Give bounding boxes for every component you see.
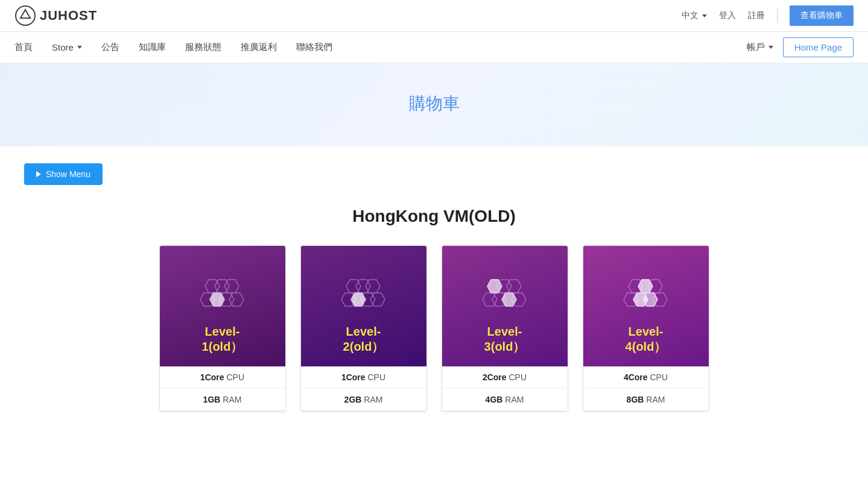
- card-cpu-2: 1Core CPU: [301, 366, 426, 389]
- nav-knowledge[interactable]: 知識庫: [139, 32, 166, 63]
- card-header-3: Level-3(old）: [442, 246, 568, 366]
- honeycomb-icon-1: [195, 276, 250, 324]
- logo-text: JUHOST: [40, 8, 97, 24]
- nav-service-status[interactable]: 服務狀態: [185, 32, 221, 63]
- card-header-4: Level-4(old）: [583, 246, 709, 366]
- lang-label: 中文: [682, 10, 699, 21]
- card-label-2: Level-2(old）: [343, 324, 384, 354]
- nav-announcement[interactable]: 公告: [101, 32, 119, 63]
- card-ram-3: 4GB RAM: [442, 389, 568, 411]
- top-bar: JUHOST 中文 登入 註冊 查看購物車: [0, 0, 868, 32]
- card-cpu-1: 1Core CPU: [160, 366, 285, 389]
- svg-marker-20: [507, 280, 521, 293]
- logo: JUHOST: [14, 5, 97, 27]
- svg-marker-26: [502, 293, 516, 306]
- nav-right: 帳戶 Home Page: [747, 37, 854, 57]
- register-link[interactable]: 註冊: [748, 10, 765, 21]
- svg-marker-34: [638, 280, 653, 293]
- cart-button[interactable]: 查看購物車: [790, 5, 854, 26]
- arrow-right-icon: [36, 171, 41, 177]
- show-menu-button[interactable]: Show Menu: [24, 163, 103, 185]
- show-menu-label: Show Menu: [46, 169, 90, 179]
- svg-marker-16: [370, 293, 385, 306]
- card-body-2: 1Core CPU 2GB RAM: [301, 366, 426, 411]
- card-header-1: Level-1(old）: [160, 246, 285, 366]
- account-label: 帳戶: [747, 42, 765, 53]
- svg-marker-4: [224, 280, 239, 293]
- store-chevron-icon: [77, 46, 82, 49]
- card-ram-2: 2GB RAM: [301, 389, 426, 411]
- card-ram-4: 8GB RAM: [583, 389, 709, 411]
- svg-marker-12: [366, 280, 380, 293]
- login-link[interactable]: 登入: [719, 10, 736, 21]
- nav-promo[interactable]: 推廣返利: [241, 32, 277, 63]
- product-card-4: Level-4(old） 4Core CPU 8GB RAM: [583, 245, 709, 412]
- product-section: HongKong VM(OLD): [24, 207, 844, 412]
- home-page-button[interactable]: Home Page: [783, 37, 854, 57]
- svg-marker-25: [487, 280, 502, 293]
- card-body-4: 4Core CPU 8GB RAM: [583, 366, 709, 411]
- language-selector[interactable]: 中文: [682, 10, 707, 21]
- divider: [777, 8, 778, 23]
- nav-contact[interactable]: 聯絡我們: [296, 32, 332, 63]
- svg-marker-8: [229, 293, 244, 306]
- main-content: Show Menu HongKong VM(OLD): [0, 146, 868, 428]
- card-header-2: Level-2(old）: [301, 246, 426, 366]
- nav-home[interactable]: 首頁: [14, 32, 33, 63]
- svg-marker-9: [210, 293, 224, 306]
- nav-left: 首頁 Store 公告 知識庫 服務狀態 推廣返利 聯絡我們: [14, 32, 332, 63]
- account-chevron-icon: [768, 46, 773, 49]
- card-cpu-4: 4Core CPU: [583, 366, 709, 389]
- card-label-3: Level-3(old）: [484, 324, 525, 354]
- hero-title: 購物車: [0, 92, 868, 115]
- lang-chevron-icon: [702, 14, 707, 17]
- honeycomb-icon-3: [478, 276, 532, 324]
- product-card-1: Level-1(old） 1Core CPU 1GB RAM: [159, 245, 286, 412]
- card-body-3: 2Core CPU 4GB RAM: [442, 366, 568, 411]
- svg-marker-36: [643, 293, 657, 306]
- card-ram-1: 1GB RAM: [160, 389, 285, 411]
- product-cards: Level-1(old） 1Core CPU 1GB RAM: [24, 245, 844, 412]
- card-cpu-3: 2Core CPU: [442, 366, 568, 389]
- product-card-3: Level-3(old） 2Core CPU 4GB RAM: [442, 245, 568, 412]
- top-bar-right: 中文 登入 註冊 查看購物車: [682, 5, 854, 26]
- card-body-1: 1Core CPU 1GB RAM: [160, 366, 285, 411]
- logo-icon: [14, 5, 36, 27]
- hero-banner: 購物車: [0, 63, 868, 146]
- card-label-4: Level-4(old）: [626, 324, 667, 354]
- honeycomb-icon-4: [619, 276, 673, 324]
- section-title: HongKong VM(OLD): [24, 207, 844, 226]
- nav-store[interactable]: Store: [52, 33, 82, 62]
- svg-marker-17: [351, 293, 366, 306]
- honeycomb-icon-2: [337, 276, 391, 324]
- card-label-1: Level-1(old）: [202, 324, 243, 354]
- nav-bar: 首頁 Store 公告 知識庫 服務狀態 推廣返利 聯絡我們 帳戶 Home P…: [0, 32, 868, 63]
- account-selector[interactable]: 帳戶: [747, 42, 773, 53]
- product-card-2: Level-2(old） 1Core CPU 2GB RAM: [300, 245, 427, 412]
